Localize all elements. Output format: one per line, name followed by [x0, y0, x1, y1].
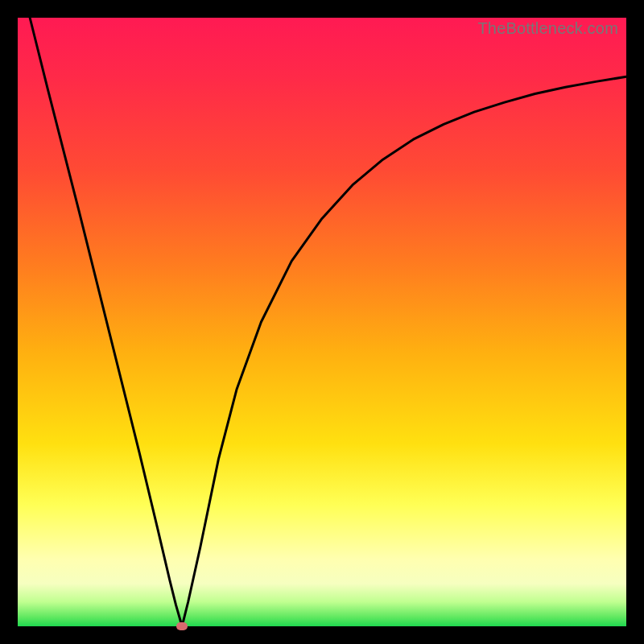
plot-area: TheBottleneck.com — [18, 18, 626, 626]
bottleneck-curve — [18, 18, 626, 626]
minimum-marker — [176, 622, 188, 630]
curve-path — [30, 18, 626, 626]
chart-frame: TheBottleneck.com — [0, 0, 644, 644]
